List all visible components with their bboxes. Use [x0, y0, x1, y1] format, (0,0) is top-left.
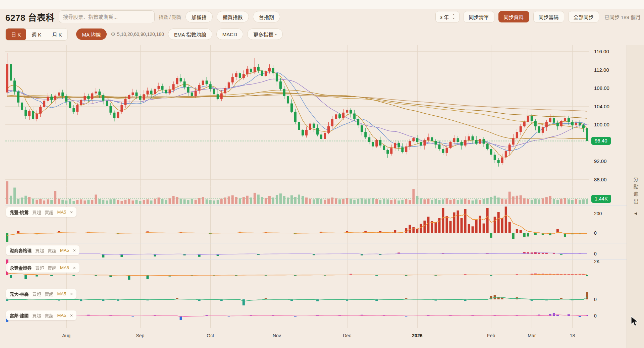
ma-params-text: 5,10,20,60,90,120,180: [117, 32, 164, 37]
buy-toggle[interactable]: 買超: [35, 247, 44, 253]
panel-legend-5: 富邦-建國買超賣超MA5×: [6, 310, 76, 320]
ma5-toggle[interactable]: MA5: [57, 291, 66, 296]
ma5-toggle[interactable]: MA5: [60, 265, 69, 270]
panel-tick-label: 0: [594, 297, 597, 302]
ma5-toggle[interactable]: MA5: [57, 313, 66, 318]
chevron-down-icon: ▾: [275, 33, 277, 36]
close-panel-icon[interactable]: ×: [70, 313, 73, 318]
sell-toggle[interactable]: 賣超: [48, 265, 56, 271]
chart-region: 兆豐-桃鶯買超賣超MA5×港商麥格理買超賣超MA5×永豐金證券買超賣超MA5×元…: [0, 45, 644, 348]
kline-period-tabs: 日 K 週 K 月 K: [5, 28, 68, 41]
search-box[interactable]: [59, 10, 155, 23]
quick-link-otc[interactable]: 櫃買指數: [217, 11, 249, 22]
pane-separator: [5, 306, 627, 306]
ma-settings[interactable]: ⚙ 5,10,20,60,90,120,180: [111, 31, 164, 37]
panel-tick-label: 0: [594, 251, 597, 256]
page-title: 6278 台表科: [5, 11, 55, 23]
broker-name: 永豐金證券: [10, 265, 32, 271]
close-panel-icon[interactable]: ×: [73, 248, 76, 253]
gear-icon: ⚙: [111, 31, 115, 37]
mouse-cursor: [631, 316, 639, 327]
sync-chips-button[interactable]: 同步籌碼: [533, 11, 564, 22]
pane-separator: [5, 285, 627, 285]
price-tick-label: 100.00: [594, 122, 609, 127]
ma5-toggle[interactable]: MA5: [60, 248, 69, 253]
sync-all-button[interactable]: 全部同步: [568, 11, 599, 22]
sell-toggle[interactable]: 賣超: [48, 247, 56, 253]
buy-toggle[interactable]: 買超: [32, 209, 41, 215]
more-indicators-label: 更多指標: [253, 31, 273, 38]
last-price-badge: 96.40: [591, 137, 611, 145]
last-volume-badge: 1.44K: [591, 195, 611, 203]
time-axis-label: Mar: [528, 333, 536, 338]
sync-list-button[interactable]: 同步清單: [464, 11, 494, 22]
quick-link-taiex[interactable]: 加權指: [185, 11, 213, 22]
panel-tick-label: 0: [594, 230, 597, 236]
range-select[interactable]: 3 年 ⌃⌄: [435, 11, 460, 22]
pane-separator: [5, 259, 627, 259]
broker-name: 富邦-建國: [10, 312, 29, 318]
price-tick-label: 116.00: [594, 49, 609, 54]
tab-monthly-k[interactable]: 月 K: [47, 28, 67, 40]
ma-indicator-button[interactable]: MA 均線: [76, 28, 107, 40]
more-indicators-button[interactable]: 更多指標 ▾: [247, 28, 283, 40]
time-axis-label: Aug: [62, 333, 70, 338]
close-panel-icon[interactable]: ×: [70, 291, 73, 297]
panel-tick-label: 200: [594, 211, 602, 216]
panel-tick-label: 0: [594, 313, 597, 318]
price-tick-label: 104.00: [594, 103, 609, 109]
ma5-toggle[interactable]: MA5: [57, 210, 66, 215]
ema-indicator-button[interactable]: EMA 指數均線: [168, 28, 212, 40]
branch-flow-side-tab[interactable]: 分點進出 ◀: [627, 177, 644, 216]
stock-chart-app: 6278 台表科 指數 / 期貨 加權指 櫃買指數 台指期 3 年 ⌃⌄ 同步清…: [0, 0, 644, 348]
sell-toggle[interactable]: 賣超: [45, 291, 53, 297]
tab-weekly-k[interactable]: 週 K: [26, 28, 47, 40]
time-axis-label: 18: [570, 333, 575, 338]
synced-status: 已同步 189 個月: [604, 13, 641, 20]
sync-data-button[interactable]: 同步資料: [498, 11, 529, 22]
index-futures-label: 指數 / 期貨: [159, 13, 181, 20]
broker-name: 兆豐-桃鶯: [10, 209, 29, 215]
branch-flow-label: 分點進出: [632, 177, 639, 206]
time-axis-label: Oct: [207, 333, 214, 338]
panel-tick-label: 2K: [594, 259, 600, 264]
time-axis-label: Sep: [136, 333, 144, 338]
close-panel-icon[interactable]: ×: [70, 210, 73, 215]
sell-toggle[interactable]: 賣超: [45, 312, 53, 318]
price-chart-canvas[interactable]: [5, 45, 589, 328]
macd-indicator-button[interactable]: MACD: [216, 28, 243, 40]
price-tick-label: 92.00: [594, 158, 607, 164]
tab-daily-k[interactable]: 日 K: [6, 28, 26, 40]
quick-link-futures[interactable]: 台指期: [253, 11, 280, 22]
panel-legend-2: 港商麥格理買超賣超MA5×: [6, 245, 79, 255]
buy-toggle[interactable]: 買超: [35, 265, 44, 271]
broker-name: 元大-林森: [10, 291, 29, 297]
indicator-toolbar: 日 K 週 K 月 K MA 均線 ⚙ 5,10,20,60,90,120,18…: [5, 28, 283, 40]
time-axis: AugSepOctNovDec2026FebMar18: [5, 328, 627, 348]
pane-separator: [5, 243, 627, 243]
select-chevrons-icon: ⌃⌄: [452, 15, 455, 19]
price-axis: 116.00112.00108.00104.00100.0092.0088.00…: [589, 45, 627, 328]
buy-toggle[interactable]: 買超: [32, 312, 41, 318]
side-strip: 分點進出 ◀: [627, 45, 644, 348]
time-axis-label: Feb: [487, 333, 495, 338]
toolbar-divider: [72, 30, 72, 39]
top-header: 6278 台表科 指數 / 期貨 加權指 櫃買指數 台指期 3 年 ⌃⌄ 同步清…: [5, 10, 641, 23]
price-tick-label: 88.00: [594, 177, 607, 182]
time-axis-label: Dec: [343, 333, 351, 338]
panel-legend-3: 永豐金證券買超賣超MA5×: [6, 263, 79, 273]
time-axis-label: Nov: [273, 333, 281, 338]
search-input[interactable]: [63, 14, 150, 20]
time-axis-label: 2026: [412, 333, 422, 338]
panel-legend-4: 元大-林森買超賣超MA5×: [6, 289, 76, 299]
broker-name: 港商麥格理: [10, 247, 32, 253]
sell-toggle[interactable]: 賣超: [45, 209, 53, 215]
range-select-value: 3 年: [440, 13, 449, 20]
collapse-left-icon[interactable]: ◀: [634, 211, 637, 216]
price-tick-label: 112.00: [594, 67, 609, 72]
close-panel-icon[interactable]: ×: [73, 265, 76, 271]
pane-separator: [5, 206, 627, 206]
panel-legend-1: 兆豐-桃鶯買超賣超MA5×: [6, 207, 76, 217]
buy-toggle[interactable]: 買超: [32, 291, 41, 297]
price-tick-label: 108.00: [594, 85, 609, 91]
